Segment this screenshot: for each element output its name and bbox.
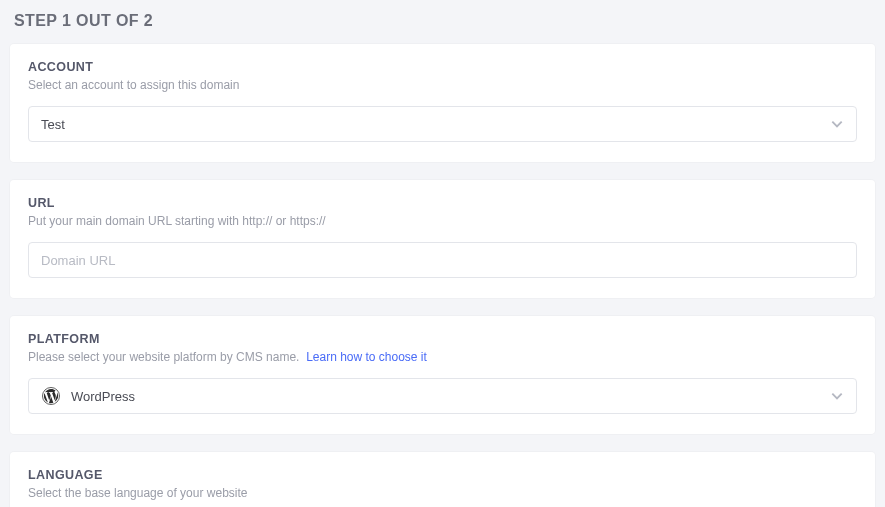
account-select[interactable]: Test bbox=[28, 106, 857, 142]
language-desc: Select the base language of your website bbox=[28, 486, 857, 500]
platform-desc: Please select your website platform by C… bbox=[28, 350, 857, 364]
step-heading: STEP 1 OUT OF 2 bbox=[14, 12, 871, 30]
platform-card: PLATFORM Please select your website plat… bbox=[10, 316, 875, 434]
platform-select-value: WordPress bbox=[71, 389, 830, 404]
account-desc: Select an account to assign this domain bbox=[28, 78, 857, 92]
language-title: LANGUAGE bbox=[28, 468, 857, 482]
url-title: URL bbox=[28, 196, 857, 210]
page-container: STEP 1 OUT OF 2 ACCOUNT Select an accoun… bbox=[0, 0, 885, 507]
chevron-down-icon bbox=[830, 117, 844, 131]
url-desc: Put your main domain URL starting with h… bbox=[28, 214, 857, 228]
platform-title: PLATFORM bbox=[28, 332, 857, 346]
platform-desc-text: Please select your website platform by C… bbox=[28, 350, 299, 364]
account-title: ACCOUNT bbox=[28, 60, 857, 74]
wordpress-icon bbox=[41, 386, 61, 406]
platform-select[interactable]: WordPress bbox=[28, 378, 857, 414]
url-input[interactable]: Domain URL bbox=[28, 242, 857, 278]
url-input-placeholder: Domain URL bbox=[41, 253, 844, 268]
account-card: ACCOUNT Select an account to assign this… bbox=[10, 44, 875, 162]
url-card: URL Put your main domain URL starting wi… bbox=[10, 180, 875, 298]
platform-learn-link[interactable]: Learn how to choose it bbox=[306, 350, 427, 364]
account-select-value: Test bbox=[41, 117, 830, 132]
chevron-down-icon bbox=[830, 389, 844, 403]
language-card: LANGUAGE Select the base language of you… bbox=[10, 452, 875, 507]
